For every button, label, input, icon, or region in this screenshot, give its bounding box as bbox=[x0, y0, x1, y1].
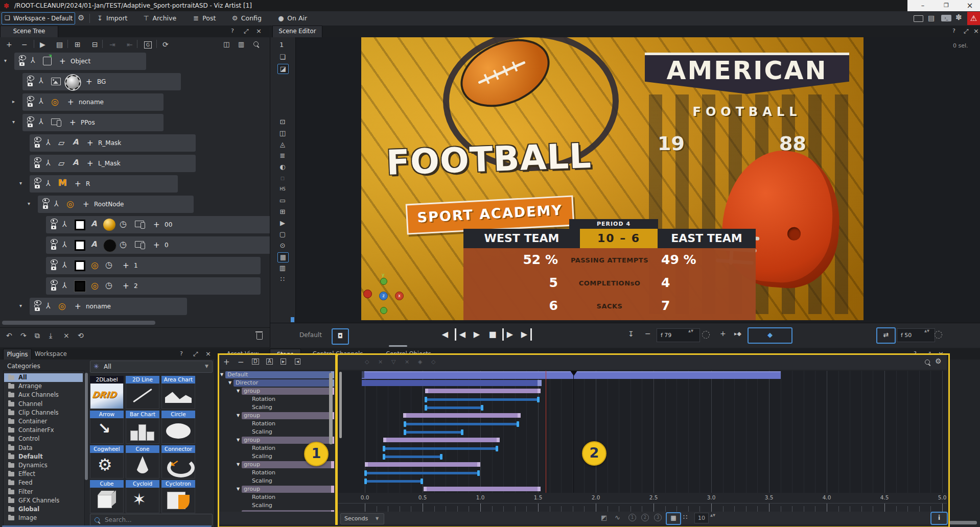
play-icon[interactable]: ▶ bbox=[40, 40, 45, 49]
scene-editor-help-icon[interactable]: ? bbox=[952, 28, 955, 34]
curve-editor-icon[interactable]: ∿ bbox=[615, 514, 620, 521]
category-item-containerfx[interactable]: ContainerFx bbox=[4, 426, 83, 435]
tree-row-ppos[interactable]: ⅄+PPos bbox=[22, 114, 164, 131]
viz-logo-icon[interactable]: ✽ bbox=[955, 14, 962, 21]
category-item-effect[interactable]: Effect bbox=[4, 470, 83, 478]
scene-editor-expand-icon[interactable]: ⤢ bbox=[964, 28, 969, 34]
menu-item-import[interactable]: Import bbox=[106, 14, 128, 22]
blank-icon[interactable]: ▢ bbox=[277, 230, 288, 239]
panel-layout-icon[interactable]: ◫ bbox=[223, 40, 229, 48]
keyframe-cap[interactable] bbox=[425, 397, 427, 402]
stage-chevron-icon[interactable]: ▼ bbox=[228, 380, 231, 385]
plugin-tile-cone[interactable]: Cone bbox=[126, 445, 159, 478]
tree-row-noname[interactable]: ⅄◎+noname bbox=[30, 298, 187, 315]
plugin-tile-cube[interactable]: Cube bbox=[90, 480, 124, 513]
plugin-filter-dropdown[interactable]: ✳ All ▼ bbox=[90, 361, 213, 373]
plugin-tile-cyclotron[interactable]: Cyclotron bbox=[161, 480, 195, 513]
status-monitor-icon[interactable] bbox=[914, 15, 923, 22]
tree-chevron-icon[interactable]: ▸ bbox=[12, 99, 15, 104]
monitor-icon[interactable]: ▭ bbox=[277, 196, 288, 205]
plugin-tile-area[interactable]: Area Chart bbox=[161, 376, 195, 409]
tab-scene-tree[interactable]: Scene Tree bbox=[0, 26, 58, 37]
insert-after-icon[interactable]: ▸ bbox=[281, 358, 286, 365]
category-item-arrange[interactable]: Arrange bbox=[4, 382, 83, 391]
keyframe-bar[interactable] bbox=[404, 423, 519, 425]
plugin-tile-bars[interactable]: Bar Chart bbox=[126, 411, 159, 443]
category-item-clip-channels[interactable]: Clip Channels bbox=[4, 409, 83, 417]
tree-row-bg[interactable]: ⅄+BG bbox=[22, 73, 181, 90]
add-plus-icon[interactable]: + bbox=[123, 261, 129, 270]
tree-row-0[interactable]: ⅄A◷+0 bbox=[46, 236, 270, 254]
keyframe-lock-button[interactable]: ◘ bbox=[332, 328, 349, 345]
tree-row-l_mask[interactable]: ⅄▱A+L_Mask bbox=[30, 155, 196, 172]
shift-left-icon[interactable]: ⇤ bbox=[127, 40, 133, 49]
library-icon[interactable]: ▤ bbox=[928, 14, 935, 21]
play-view-icon[interactable]: ▶ bbox=[277, 219, 288, 228]
lock-icon[interactable] bbox=[35, 307, 40, 311]
grip[interactable] bbox=[389, 345, 407, 347]
categories-scrollbar[interactable] bbox=[85, 373, 88, 480]
keyframe-nav-button[interactable]: ⇄ bbox=[876, 327, 896, 344]
keyframe-cap[interactable] bbox=[421, 478, 423, 484]
plugins-expand-icon[interactable]: ⤢ bbox=[193, 351, 198, 357]
keyframe-cap[interactable] bbox=[440, 454, 442, 460]
keyframe-cap[interactable] bbox=[364, 470, 367, 476]
group-bar[interactable] bbox=[365, 462, 480, 467]
add-plus-icon[interactable]: + bbox=[86, 77, 92, 86]
tree-chevron-icon[interactable]: ▾ bbox=[19, 303, 22, 308]
redo-icon[interactable]: ↷ bbox=[20, 331, 27, 340]
grid-size-field[interactable]: 10 bbox=[694, 513, 709, 523]
keyframe-cap[interactable] bbox=[383, 446, 385, 451]
tree-row-2[interactable]: ⅄◎◷+2 bbox=[46, 277, 261, 295]
trash-icon[interactable] bbox=[256, 333, 263, 340]
category-item-global[interactable]: Global bbox=[4, 505, 83, 514]
play-button[interactable]: ▶ bbox=[471, 328, 483, 341]
workspace-selector[interactable]: ❏ Workspace - Default bbox=[2, 12, 75, 25]
save-icon[interactable]: ⤓ bbox=[49, 331, 52, 340]
keyframe-cap[interactable] bbox=[383, 454, 385, 460]
plugin-tile-circle[interactable]: Circle bbox=[161, 411, 195, 443]
frame-spinner[interactable]: ▲▼ bbox=[688, 330, 693, 332]
settings-gear-icon[interactable]: ⚙ bbox=[78, 14, 84, 22]
lock-icon[interactable] bbox=[51, 267, 56, 270]
tree-chevron-icon[interactable]: ▾ bbox=[12, 119, 15, 125]
plugin-tile-line[interactable]: 2D Line bbox=[126, 376, 159, 409]
keyframe-bar[interactable] bbox=[425, 406, 483, 409]
stage-row-label-rotation[interactable]: Rotation bbox=[252, 420, 275, 428]
keyframe-editor-icon[interactable]: ◩ bbox=[601, 514, 607, 521]
zoom-in-icon[interactable]: + bbox=[720, 330, 726, 337]
bounding-box-icon[interactable]: ▫ bbox=[277, 174, 288, 183]
current-frame-field[interactable]: f 79 bbox=[657, 328, 700, 342]
keyframe-cap[interactable] bbox=[477, 470, 480, 476]
stage-hscrollbar[interactable] bbox=[949, 521, 977, 524]
keyframe-cap[interactable] bbox=[517, 421, 519, 427]
playhead-line[interactable] bbox=[546, 371, 547, 493]
tree-chevron-icon[interactable]: ▾ bbox=[4, 58, 7, 63]
add-plus-icon[interactable]: + bbox=[59, 57, 66, 66]
on-air-alert-button[interactable]: ⚠ bbox=[967, 12, 980, 25]
group-bar[interactable] bbox=[424, 487, 540, 491]
shift-right-icon[interactable]: ⇥ bbox=[109, 40, 115, 49]
timeline-search-icon[interactable] bbox=[925, 360, 930, 365]
add-plus-icon[interactable]: + bbox=[87, 138, 94, 148]
plugin-tile-cycloid[interactable]: Cycloid✶ bbox=[126, 480, 159, 513]
copy-icon[interactable]: ⧉ bbox=[35, 331, 40, 340]
category-item-container[interactable]: Container bbox=[4, 417, 83, 426]
channel-2-icon[interactable]: 2 bbox=[641, 514, 649, 521]
video-camera-icon[interactable]: ◫ bbox=[277, 129, 288, 138]
keyframe-cap[interactable] bbox=[425, 405, 427, 411]
group-bar[interactable] bbox=[403, 413, 521, 418]
lock-icon[interactable] bbox=[35, 144, 40, 148]
keyframe-cap[interactable] bbox=[404, 429, 406, 435]
add-plus-icon[interactable]: + bbox=[67, 98, 74, 107]
timeline-canvas[interactable] bbox=[338, 371, 947, 493]
expand-tree-icon[interactable]: ⊞ bbox=[75, 40, 81, 49]
tree-chevron-icon[interactable]: ▾ bbox=[19, 180, 22, 186]
keyframe-cap[interactable] bbox=[461, 429, 463, 435]
stage-chevron-icon[interactable]: ▼ bbox=[237, 413, 240, 418]
next-keyframe-icon[interactable]: ▸◆ bbox=[734, 331, 741, 337]
collapse-tree-icon[interactable]: ⊟ bbox=[92, 40, 98, 49]
category-item-gfx-channels[interactable]: GFX Channels bbox=[4, 496, 83, 505]
add-plus-icon[interactable]: + bbox=[75, 302, 81, 311]
stage-row-label-rotation[interactable]: Rotation bbox=[252, 444, 275, 452]
